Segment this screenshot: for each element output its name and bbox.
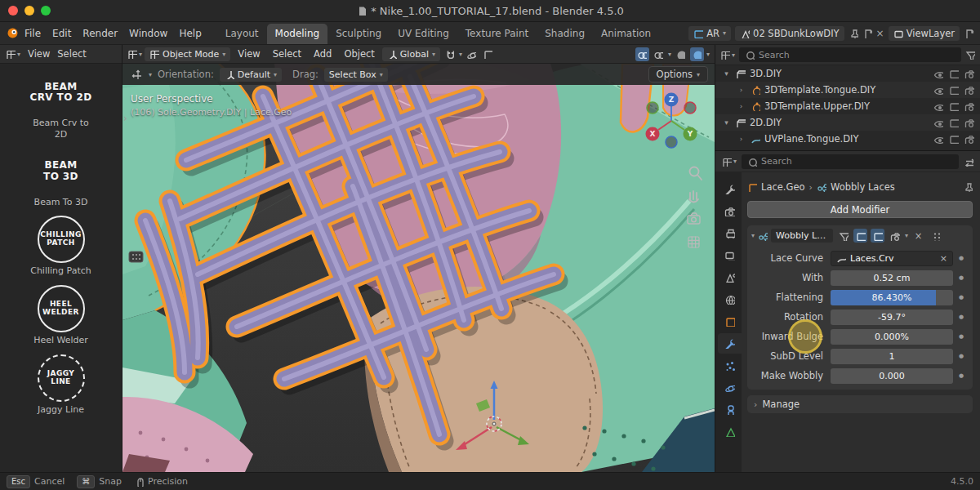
scene-mode-dropdown[interactable]: AR ▾ [688,26,731,41]
blender-logo-icon[interactable] [7,27,19,39]
inward-bulge-value-field[interactable]: 0.000% [831,329,953,345]
realtime-display-icon[interactable] [853,229,867,243]
close-window-button[interactable] [8,6,18,16]
tab-object[interactable] [718,311,742,332]
disclosure-triangle-icon[interactable]: ▾ [722,69,731,78]
tool-shelf-menu-view[interactable]: View [28,48,50,60]
workspace-tab-modeling[interactable]: Modeling [267,24,328,44]
menu-render[interactable]: Render [77,24,123,42]
hide-eye-icon[interactable] [933,69,943,78]
viewport-disable-icon[interactable] [949,134,959,144]
pin-id-icon[interactable] [963,182,973,192]
orientation-dropdown[interactable]: Default ▾ [220,68,282,82]
decorator-dot-icon[interactable]: ● [953,314,969,320]
editor-type-dropdown[interactable]: ▾ [720,50,735,60]
viewport-menu-object[interactable]: Object [339,47,379,61]
workspace-tab-shading[interactable]: Shading [537,24,593,44]
render-disable-icon[interactable] [964,118,974,127]
flattening-slider[interactable]: 86.430% [831,290,953,305]
viewport-3d-scene[interactable]: Z X Y [122,64,715,472]
with-value-field[interactable]: 0.52 cm [831,270,953,286]
decorator-dot-icon[interactable]: ● [953,274,969,281]
gizmo-axis-z-neg[interactable] [666,136,677,148]
active-tool-icon[interactable] [129,68,143,82]
menu-window[interactable]: Window [123,24,173,42]
workspace-tab-layout[interactable]: Layout [217,24,267,44]
gizmo-axis-y-neg[interactable] [647,102,658,114]
outliner-search-input[interactable]: Search [739,47,961,62]
manage-subpanel[interactable]: › Manage [747,395,973,413]
outliner-row-2d-diy[interactable]: ▾ 2D.DIY [715,114,980,131]
workspace-tab-animation[interactable]: Animation [593,24,659,44]
workspace-tab-uv-editing[interactable]: UV Editing [390,24,457,44]
viewport-display-icon[interactable] [871,229,884,243]
add-modifier-button[interactable]: Add Modifier [747,201,973,218]
mode-dropdown[interactable]: Object Mode ▾ [145,47,230,61]
hide-eye-icon[interactable] [933,134,943,144]
sync-arrows-icon[interactable] [964,157,973,167]
tab-view-layer[interactable] [718,245,742,265]
outliner-row-upper[interactable]: › 3DTemplate.Upper.DIY [715,98,980,114]
tool-beam-to-3d[interactable]: BEAM TO 3D Beam To 3D [3,149,118,208]
menu-edit[interactable]: Edit [47,24,77,42]
disclosure-triangle-icon[interactable]: › [737,135,746,143]
rotation-value-field[interactable]: -59.7° [831,310,953,325]
tool-jaggy-line[interactable]: JAGGY LINE Jaggy Line [3,354,118,416]
scene-selector[interactable]: 02 SBDunkLowDIY [735,26,844,41]
tab-physics[interactable] [718,377,742,398]
pivot-point-icon[interactable] [481,47,495,61]
editor-type-dropdown[interactable]: ▾ [722,157,737,167]
editor-type-dropdown[interactable]: ▾ [6,49,20,59]
render-disable-icon[interactable] [964,69,974,78]
titlebar[interactable]: * Nike_1.00_TUTORIAL_17.blend - Blender … [0,0,980,22]
menu-file[interactable]: File [19,24,47,42]
render-display-icon[interactable] [888,229,902,243]
region-collapse-icon[interactable]: › [123,113,127,124]
render-disable-icon[interactable] [964,101,974,111]
make-wobbly-value-field[interactable]: 0.000 [831,368,953,384]
xray-toggle-icon[interactable] [635,47,649,61]
hide-eye-icon[interactable] [933,118,943,127]
new-scene-icon[interactable] [862,29,872,38]
pin-scene-icon[interactable] [849,29,858,38]
hide-eye-icon[interactable] [933,85,943,95]
viewport-disable-icon[interactable] [949,101,959,111]
disclosure-triangle-icon[interactable]: › [737,86,746,94]
gizmo-axis-x-neg[interactable] [684,102,696,114]
shading-wireframe-icon[interactable] [674,47,688,61]
tool-heel-welder[interactable]: HEEL WELDER Heel Welder [3,285,118,346]
viewport-menu-view[interactable]: View [233,47,265,61]
outliner-row-uvplane[interactable]: › UVPlane.Tongue.DIY [715,131,980,147]
decorator-dot-icon[interactable]: ● [953,294,969,301]
menu-help[interactable]: Help [173,24,207,42]
workspace-tab-sculpting[interactable]: Sculpting [327,24,390,44]
decorator-dot-icon[interactable]: ● [953,372,969,379]
workspace-tab-texture-paint[interactable]: Texture Paint [457,24,537,44]
disclosure-triangle-icon[interactable]: ▾ [722,118,731,127]
shading-material-preview-icon[interactable] [690,47,704,61]
remove-modifier-icon[interactable]: × [911,229,925,243]
delete-scene-icon[interactable]: × [876,28,884,39]
drag-mode-dropdown[interactable]: Select Box ▾ [324,68,388,82]
viewport-menu-select[interactable]: Select [268,47,306,61]
minimize-window-button[interactable] [24,6,34,16]
tool-shelf-menu-select[interactable]: Select [57,48,86,60]
drag-handle-icon[interactable] [929,229,942,243]
modifier-extras-icon[interactable]: ▾ [905,232,908,239]
outliner-row-tongue[interactable]: › 3DTemplate.Tongue.DIY [715,82,980,98]
zoom-window-button[interactable] [41,6,51,16]
tool-chilling-patch[interactable]: CHILLING PATCH Chilling Patch [3,216,118,277]
outliner-row-3d-diy[interactable]: ▾ 3D.DIY [715,65,980,82]
viewport-disable-icon[interactable] [949,118,959,127]
breadcrumb-modifier[interactable]: Wobbly Laces [831,181,895,193]
tab-modifiers[interactable] [718,333,742,354]
show-overlays-icon[interactable] [652,47,666,61]
new-view-layer-icon[interactable] [964,29,973,38]
tab-world[interactable] [718,289,742,310]
tab-tool[interactable] [718,179,742,199]
tab-constraints[interactable] [718,399,742,420]
tab-object-data[interactable] [718,421,742,442]
viewport-disable-icon[interactable] [949,69,959,78]
render-disable-icon[interactable] [964,134,974,144]
viewport-menu-add[interactable]: Add [309,47,336,61]
